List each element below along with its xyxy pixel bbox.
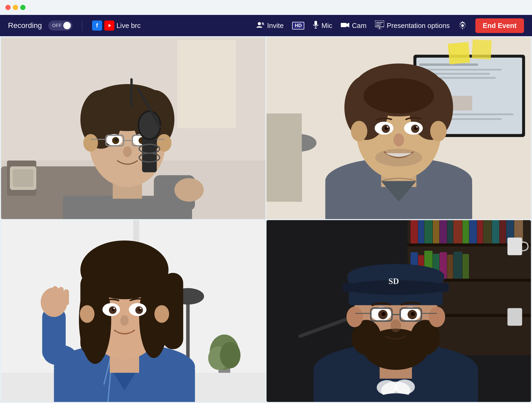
close-button[interactable] [5, 5, 11, 10]
svg-rect-137 [410, 220, 418, 243]
svg-rect-144 [463, 220, 469, 243]
invite-button[interactable]: Invite [256, 21, 284, 30]
svg-point-88 [416, 126, 418, 128]
svg-point-78 [363, 78, 434, 114]
svg-point-87 [387, 126, 389, 128]
svg-point-180 [394, 380, 415, 394]
cam-button[interactable]: Cam [341, 21, 367, 30]
svg-point-207 [381, 329, 410, 340]
svg-point-122 [140, 307, 142, 309]
svg-rect-129 [58, 287, 64, 305]
svg-rect-6 [341, 23, 347, 27]
toolbar-divider [82, 20, 82, 31]
svg-point-194 [429, 307, 445, 327]
svg-point-32 [157, 134, 171, 152]
svg-point-90 [375, 149, 422, 166]
toolbar-right: Invite HD Mic Ca [256, 18, 524, 33]
toolbar-left: Recording OFF f Live brc [8, 20, 141, 31]
recording-toggle[interactable]: OFF [48, 20, 72, 31]
svg-rect-66 [472, 39, 492, 59]
mic-label: Mic [321, 22, 332, 30]
svg-rect-145 [469, 220, 477, 243]
live-broadcast-label: Live brc [117, 22, 141, 30]
presentation-options-label: Presentation options [387, 22, 450, 30]
svg-point-44 [123, 146, 132, 157]
video-cell-top-left [1, 37, 265, 219]
svg-point-2 [262, 22, 264, 24]
social-icons: f Live brc [92, 20, 141, 31]
settings-button[interactable] [458, 21, 467, 30]
svg-point-114 [155, 305, 169, 323]
svg-rect-158 [453, 252, 462, 279]
svg-rect-141 [440, 220, 447, 243]
facebook-icon[interactable]: f [92, 20, 102, 31]
svg-rect-159 [463, 254, 469, 279]
svg-point-199 [381, 312, 385, 316]
svg-text:SD: SD [388, 277, 399, 286]
cam-icon [341, 21, 349, 30]
svg-point-113 [80, 305, 94, 323]
recording-label: Recording [8, 21, 42, 30]
svg-rect-143 [453, 220, 462, 243]
svg-rect-52 [130, 78, 133, 108]
svg-rect-157 [447, 254, 453, 279]
svg-rect-138 [418, 220, 424, 243]
svg-point-99 [220, 342, 240, 368]
svg-rect-69 [267, 113, 302, 202]
traffic-lights [5, 5, 26, 10]
svg-rect-139 [424, 220, 433, 243]
svg-point-79 [351, 121, 367, 141]
video-cell-bottom-right: SD [267, 220, 531, 402]
svg-rect-58 [419, 64, 478, 66]
svg-point-181 [380, 393, 412, 402]
svg-point-37 [115, 138, 118, 141]
cam-label: Cam [352, 22, 367, 30]
svg-marker-0 [109, 24, 111, 27]
invite-icon [256, 21, 264, 30]
presentation-options-button[interactable]: Presentation options [375, 20, 450, 31]
svg-point-1 [258, 22, 261, 25]
svg-rect-59 [419, 69, 501, 71]
hd-badge[interactable]: HD [292, 22, 304, 30]
video-cell-top-right [267, 37, 531, 219]
maximize-button[interactable] [20, 5, 26, 10]
video-grid: SD [0, 36, 532, 403]
svg-rect-21 [13, 169, 33, 187]
svg-point-200 [411, 312, 415, 316]
svg-marker-7 [347, 23, 349, 27]
youtube-icon[interactable] [104, 20, 114, 31]
svg-point-179 [377, 380, 397, 395]
svg-rect-147 [483, 220, 492, 243]
mic-button[interactable]: Mic [313, 21, 332, 31]
svg-rect-128 [52, 286, 58, 305]
svg-point-89 [393, 133, 404, 146]
svg-rect-149 [500, 220, 506, 243]
toggle-knob [63, 22, 71, 29]
minimize-button[interactable] [13, 5, 18, 10]
svg-point-16 [461, 24, 464, 27]
svg-point-123 [120, 315, 128, 326]
svg-point-193 [346, 307, 363, 327]
toggle-state-label: OFF [52, 23, 62, 28]
invite-label: Invite [267, 22, 284, 30]
svg-rect-148 [492, 220, 499, 243]
title-bar [0, 0, 532, 15]
svg-point-121 [113, 307, 115, 309]
svg-point-47 [174, 178, 204, 202]
end-event-button[interactable]: End Event [475, 18, 524, 33]
svg-rect-161 [508, 308, 522, 326]
video-cell-bottom-left [1, 220, 265, 402]
svg-rect-160 [508, 237, 522, 255]
svg-rect-146 [477, 220, 483, 243]
svg-rect-140 [433, 220, 439, 243]
svg-rect-3 [314, 21, 317, 26]
mic-icon [313, 21, 319, 31]
svg-rect-130 [64, 289, 69, 306]
presentation-icon [375, 20, 384, 31]
svg-point-31 [83, 134, 98, 152]
svg-point-80 [430, 121, 447, 141]
svg-rect-23 [177, 40, 236, 128]
main-toolbar: Recording OFF f Live brc [0, 15, 532, 36]
svg-rect-65 [448, 42, 470, 64]
svg-rect-142 [447, 220, 453, 243]
